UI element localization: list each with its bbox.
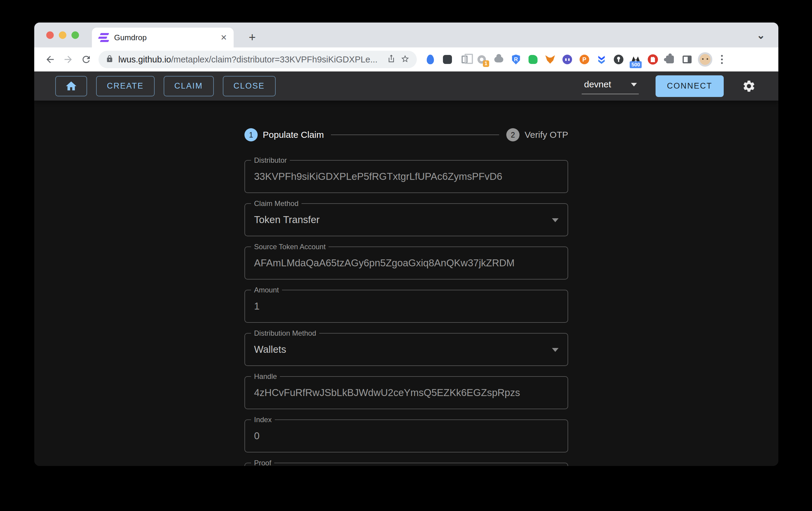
settings-button[interactable] bbox=[741, 78, 757, 95]
bookmark-star-icon[interactable] bbox=[401, 54, 410, 65]
nav-right-group: devnet CONNECT bbox=[582, 76, 757, 97]
distribution-method-value: Wallets bbox=[254, 344, 286, 355]
new-tab-button[interactable]: + bbox=[244, 29, 260, 45]
amount-value: 1 bbox=[254, 301, 259, 312]
zoom-window-button[interactable] bbox=[71, 31, 79, 39]
proof-field[interactable]: Proof bbox=[244, 463, 568, 466]
side-panel-icon[interactable] bbox=[681, 53, 693, 66]
index-value: 0 bbox=[254, 430, 259, 442]
claim-page-content: 1 Populate Claim 2 Verify OTP Distributo… bbox=[34, 100, 778, 466]
browser-menu-icon[interactable] bbox=[721, 55, 723, 64]
source-token-account-value: AFAmLMdaQaA65tzAGy6pn5ZgoaGxiq8AnQKw37jk… bbox=[254, 257, 515, 269]
stepper-connector bbox=[331, 134, 499, 135]
forward-button[interactable] bbox=[60, 51, 76, 67]
screenshot-stage: Gumdrop ✕ + ⌄ lwus.github.io/metaplex/cl… bbox=[0, 0, 812, 511]
chevron-down-icon bbox=[552, 348, 558, 352]
distributor-field[interactable]: Distributor 33KVPFh9siKiGDXPLeP5fRGTxtgr… bbox=[244, 160, 568, 193]
evernote-elephant-icon[interactable] bbox=[527, 53, 539, 66]
claim-method-label: Claim Method bbox=[251, 199, 301, 208]
step-2-label: Verify OTP bbox=[525, 130, 568, 140]
balloon-pin-extension-icon[interactable] bbox=[424, 53, 437, 66]
dropdown-caret-icon bbox=[631, 83, 637, 87]
url-path: /metaplex/claim?distributor=33KVPFh9siKi… bbox=[171, 55, 377, 64]
amount-label: Amount bbox=[251, 285, 282, 295]
nav-button-group: CREATE CLAIM CLOSE bbox=[55, 76, 276, 96]
claim-button[interactable]: CLAIM bbox=[164, 76, 214, 96]
stop-hand-adblock-icon[interactable] bbox=[646, 53, 659, 66]
tab-close-icon[interactable]: ✕ bbox=[221, 33, 227, 42]
gear-icon bbox=[742, 79, 756, 93]
create-button[interactable]: CREATE bbox=[96, 76, 155, 96]
step-1-circle: 1 bbox=[244, 128, 258, 142]
step-verify-otp: 2 Verify OTP bbox=[506, 128, 568, 142]
solana-favicon bbox=[98, 33, 109, 42]
close-button[interactable]: CLOSE bbox=[223, 76, 276, 96]
reload-button[interactable] bbox=[78, 51, 94, 67]
extensions-row: 1 R P 500 bbox=[424, 52, 723, 67]
app-navbar: CREATE CLAIM CLOSE devnet CONNECT bbox=[34, 71, 778, 100]
tab-title: Gumdrop bbox=[114, 33, 221, 42]
loop-extension-icon[interactable]: 1 bbox=[475, 53, 488, 66]
home-icon bbox=[65, 80, 78, 92]
distribution-method-select[interactable]: Distribution Method Wallets bbox=[244, 333, 568, 366]
claim-stepper: 1 Populate Claim 2 Verify OTP bbox=[244, 128, 568, 142]
handle-label: Handle bbox=[251, 372, 280, 381]
browser-toolbar: lwus.github.io/metaplex/claim?distributo… bbox=[34, 48, 778, 71]
step-populate-claim: 1 Populate Claim bbox=[244, 128, 324, 142]
metamask-fox-icon[interactable] bbox=[544, 53, 556, 66]
claim-method-value: Token Transfer bbox=[254, 214, 320, 226]
url-host: lwus.github.io bbox=[118, 55, 171, 64]
index-label: Index bbox=[251, 415, 275, 424]
distributor-label: Distributor bbox=[251, 156, 290, 165]
handle-field[interactable]: Handle 4zHCvFuRfRwJSbLkBJWdwU2ceYmsQ5EZK… bbox=[244, 376, 568, 409]
keyhole-circle-extension-icon[interactable] bbox=[612, 53, 625, 66]
address-bar[interactable]: lwus.github.io/metaplex/claim?distributo… bbox=[98, 51, 417, 68]
network-select-value: devnet bbox=[584, 79, 611, 89]
url-text: lwus.github.io/metaplex/claim?distributo… bbox=[118, 55, 382, 65]
orange-p-extension-icon[interactable]: P bbox=[578, 53, 591, 66]
back-button[interactable] bbox=[42, 51, 58, 67]
home-button[interactable] bbox=[55, 76, 87, 96]
chevron-down-icon bbox=[552, 218, 558, 222]
connect-wallet-button[interactable]: CONNECT bbox=[656, 76, 724, 97]
share-icon[interactable] bbox=[387, 54, 396, 65]
distribution-method-label: Distribution Method bbox=[251, 329, 319, 338]
browser-window: Gumdrop ✕ + ⌄ lwus.github.io/metaplex/cl… bbox=[34, 23, 778, 466]
network-select[interactable]: devnet bbox=[582, 78, 639, 94]
fivehundredpx-extension-icon[interactable]: 500 bbox=[630, 53, 642, 66]
browser-tab-gumdrop[interactable]: Gumdrop ✕ bbox=[92, 28, 234, 48]
distributor-value: 33KVPFh9siKiGDXPLeP5fRGTxtgrLfUPAc6ZymsP… bbox=[254, 171, 502, 182]
step-1-label: Populate Claim bbox=[263, 130, 324, 140]
source-token-account-label: Source Token Account bbox=[251, 242, 328, 251]
lock-icon bbox=[106, 55, 114, 64]
handle-value: 4zHCvFuRfRwJSbLkBJWdwU2ceYmsQ5EZKk6EGZsp… bbox=[254, 387, 520, 398]
dark-app-extension-icon[interactable] bbox=[441, 53, 454, 66]
step-2-circle: 2 bbox=[506, 128, 520, 142]
indigo-face-extension-icon[interactable] bbox=[561, 53, 574, 66]
amount-field[interactable]: Amount 1 bbox=[244, 290, 568, 323]
claim-method-select[interactable]: Claim Method Token Transfer bbox=[244, 203, 568, 236]
minimize-window-button[interactable] bbox=[59, 31, 66, 39]
px500-badge: 500 bbox=[630, 61, 642, 68]
proof-label: Proof bbox=[251, 458, 274, 466]
index-field[interactable]: Index 0 bbox=[244, 419, 568, 452]
gumdrop-app: CREATE CLAIM CLOSE devnet CONNECT bbox=[34, 71, 778, 466]
shield-r-extension-icon[interactable]: R bbox=[510, 53, 522, 66]
copy-pages-extension-icon[interactable] bbox=[458, 53, 471, 66]
tab-search-chevron-icon[interactable]: ⌄ bbox=[757, 29, 765, 41]
tab-strip: Gumdrop ✕ + ⌄ bbox=[34, 23, 778, 48]
macos-traffic-lights bbox=[46, 31, 79, 39]
close-window-button[interactable] bbox=[46, 31, 54, 39]
profile-avatar[interactable] bbox=[698, 52, 712, 67]
source-token-account-field[interactable]: Source Token Account AFAmLMdaQaA65tzAGy6… bbox=[244, 246, 568, 279]
cloud-extension-icon[interactable] bbox=[492, 53, 505, 66]
extension-count-badge: 1 bbox=[483, 60, 489, 67]
puzzle-extensions-icon[interactable] bbox=[664, 53, 676, 66]
blue-chevrons-extension-icon[interactable] bbox=[595, 53, 608, 66]
